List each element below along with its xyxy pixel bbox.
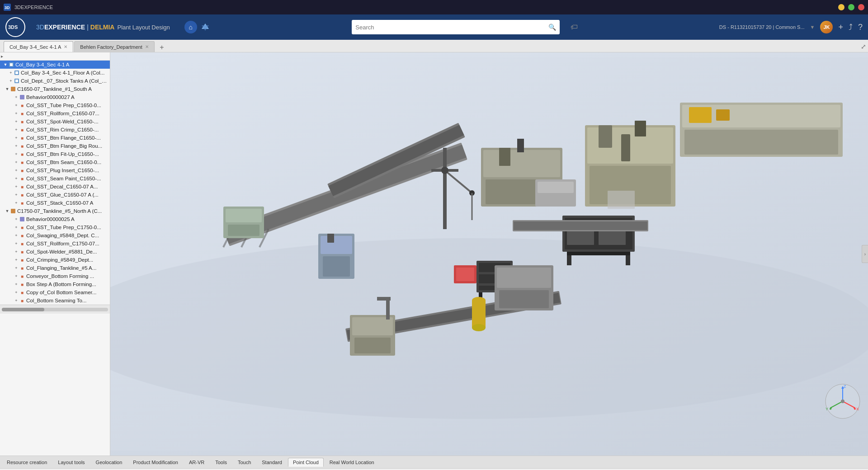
tree-item-s4f[interactable]: + ■ Col_Crimping_#5849_Dept... bbox=[0, 256, 110, 264]
tree-item-s3d[interactable]: + ■ Col_SST_Spot-Weld_C1650-... bbox=[0, 118, 110, 126]
expander-s4h[interactable]: + bbox=[14, 273, 19, 279]
tab-geolocation[interactable]: Geolocation bbox=[91, 458, 127, 467]
tree-item-s3j[interactable]: + ■ Col_SST_Plug Insert_C1650-... bbox=[0, 166, 110, 174]
tree-item-s4e[interactable]: + ■ Col_Spot-Welder_#5881_De... bbox=[0, 248, 110, 256]
expander-s4d[interactable]: + bbox=[14, 241, 19, 246]
tree-item-s3m[interactable]: + ■ Col_SST_Glue_C1650-07 A (... bbox=[0, 191, 110, 199]
tab-touch[interactable]: Touch bbox=[233, 458, 256, 467]
tab-col-bay[interactable]: Col_Bay 3-4_Sec 4-1 A ✕ bbox=[4, 41, 73, 52]
expander-s1[interactable]: + bbox=[8, 70, 14, 75]
label-s4: C1750-07_Tankline_#5_North A (C... bbox=[17, 208, 102, 214]
tree-item-s4a[interactable]: + Behavior00000025 A bbox=[0, 215, 110, 223]
tree-item-s1[interactable]: + Col_Bay 3-4_Sec 4-1_Floor A (Col... bbox=[0, 69, 110, 77]
tree-item-s3f[interactable]: + ■ Col_SST_Btm Flange_C1650-... bbox=[0, 134, 110, 142]
tree-item-s3n[interactable]: + ■ Col_SST_Stack_C1650-07 A bbox=[0, 199, 110, 207]
tree-item-s4c[interactable]: + ■ Col_Swaging_#5848_Dept. C... bbox=[0, 231, 110, 240]
expander-s3k[interactable]: + bbox=[14, 176, 19, 181]
tab-ar-vr[interactable]: AR-VR bbox=[184, 458, 209, 467]
expander-s4[interactable]: ▼ bbox=[5, 208, 10, 214]
tree-item-s3c[interactable]: + ■ Col_SST_Rollform_C1650-07... bbox=[0, 109, 110, 118]
tab-tools[interactable]: Tools bbox=[210, 458, 232, 467]
tree-item-s4g[interactable]: + ■ Col_Flanging_Tankline_#5 A... bbox=[0, 264, 110, 272]
tree-item-s4j[interactable]: + ■ Copy of_Col Bottom Seamer... bbox=[0, 288, 110, 296]
expander-s3a[interactable]: + bbox=[14, 94, 19, 100]
label-s3g: Col_SST_Btm Flange_Big Rou... bbox=[26, 143, 102, 149]
tab-close-1[interactable]: ✕ bbox=[64, 44, 67, 49]
dropdown-arrow[interactable]: ▼ bbox=[810, 24, 815, 30]
search-icon[interactable]: 🔍 bbox=[548, 24, 556, 31]
tree-item-s3e[interactable]: + ■ Col_SST_Rim Crimp_C1650-... bbox=[0, 126, 110, 134]
tree-item-s3a[interactable]: + Behavior00000027 A bbox=[0, 93, 110, 101]
add-icon[interactable]: + bbox=[838, 23, 843, 32]
maximize-button[interactable]: □ bbox=[848, 4, 854, 10]
expander-s3m[interactable]: + bbox=[14, 192, 19, 197]
tree-item-s3l[interactable]: + ■ Col_SST_Decal_C1650-07 A... bbox=[0, 183, 110, 191]
tree-item-s3b[interactable]: + ■ Col_SST_Tube Prep_C1650-0... bbox=[0, 101, 110, 109]
expander-s3[interactable]: ▼ bbox=[5, 86, 10, 92]
tab-resource-creation[interactable]: Resource creation bbox=[2, 458, 52, 467]
tree-item-s3k[interactable]: + ■ Col_SST_Seam Paint_C1650-... bbox=[0, 174, 110, 183]
expander-s4g[interactable]: + bbox=[14, 265, 19, 271]
tree-item-s4i[interactable]: + ■ Box Step A (Bottom Forming... bbox=[0, 280, 110, 288]
tab-close-2[interactable]: ✕ bbox=[145, 44, 149, 49]
expander-s4b[interactable]: + bbox=[14, 225, 19, 230]
tree-item-root[interactable]: ▼ Col_Bay 3-4_Sec 4-1 A bbox=[0, 61, 110, 69]
fullscreen-button[interactable]: ⤢ bbox=[859, 41, 868, 52]
search-input[interactable] bbox=[355, 24, 546, 31]
tab-real-world[interactable]: Real World Location bbox=[325, 458, 379, 467]
label-s3c: Col_SST_Rollform_C1650-07... bbox=[26, 111, 99, 116]
close-button[interactable]: ✕ bbox=[858, 4, 864, 10]
tree-item-s2[interactable]: + Col_Dept._07_Stock Tanks A (Col_D... bbox=[0, 77, 110, 85]
tab-behlen[interactable]: Behlen Factory_Department ✕ bbox=[74, 41, 155, 52]
user-avatar[interactable]: JK bbox=[820, 21, 833, 33]
home-button[interactable]: ⌂ bbox=[184, 21, 197, 33]
tree-item-s3i[interactable]: + ■ Col_SST_Btm Seam_C1650-0... bbox=[0, 158, 110, 166]
expander-s4j[interactable]: + bbox=[14, 290, 19, 295]
expander-root[interactable]: ▼ bbox=[3, 62, 8, 67]
share-icon[interactable]: ⤴ bbox=[849, 23, 853, 32]
tab-layout-tools[interactable]: Layout tools bbox=[53, 458, 90, 467]
horizontal-scrollbar[interactable] bbox=[2, 308, 108, 311]
tree-item-s3g[interactable]: + ■ Col_SST_Btm Flange_Big Rou... bbox=[0, 142, 110, 150]
tag-icon[interactable]: 🏷 bbox=[571, 23, 578, 31]
scrollbar-thumb[interactable] bbox=[2, 308, 44, 311]
expander-s3l[interactable]: + bbox=[14, 184, 19, 189]
expander-s4c[interactable]: + bbox=[14, 233, 19, 238]
tree-item-s3[interactable]: ▼ C1650-07_Tankline_#1_South A bbox=[0, 85, 110, 93]
tab-product-modification[interactable]: Product Modification bbox=[128, 458, 183, 467]
expander-s4f[interactable]: + bbox=[14, 257, 19, 263]
expander-s4k[interactable]: + bbox=[14, 298, 19, 303]
tab-add-button[interactable]: + bbox=[157, 43, 166, 52]
tree-item-s4k[interactable]: + ■ Col_Bottom Seaming To... bbox=[0, 296, 110, 305]
tree-item-s4[interactable]: ▼ C1750-07_Tankline_#5_North A (C... bbox=[0, 207, 110, 215]
expander-s3e[interactable]: + bbox=[14, 127, 19, 132]
viewport-sidebar-toggle[interactable]: › bbox=[862, 245, 868, 263]
ds-label: DS - R11321015737 20 | Common S... bbox=[719, 24, 805, 30]
svg-rect-12 bbox=[11, 87, 15, 91]
expander-s3i[interactable]: + bbox=[14, 160, 19, 165]
scene-background: Z X Y › bbox=[110, 52, 868, 456]
expander-s4i[interactable]: + bbox=[14, 282, 19, 287]
expander-s4e[interactable]: + bbox=[14, 249, 19, 254]
tab-standard[interactable]: Standard bbox=[257, 458, 287, 467]
expander-s3c[interactable]: + bbox=[14, 111, 19, 116]
help-icon[interactable]: ? bbox=[858, 23, 863, 32]
expander-s2[interactable]: + bbox=[8, 78, 14, 84]
svg-rect-35 bbox=[499, 148, 510, 166]
tree-item-s4d[interactable]: + ■ Col_SST_Rollform_C1750-07... bbox=[0, 240, 110, 248]
expander-s3n[interactable]: + bbox=[14, 200, 19, 206]
expander-s3b[interactable]: + bbox=[14, 103, 19, 108]
expander-s3g[interactable]: + bbox=[14, 143, 19, 149]
expander-s4a[interactable]: + bbox=[14, 216, 19, 222]
3d-viewport[interactable]: Z X Y › bbox=[110, 52, 868, 456]
tab-point-cloud[interactable]: Point Cloud bbox=[288, 458, 324, 467]
expander-s3j[interactable]: + bbox=[14, 168, 19, 173]
expander-s3f[interactable]: + bbox=[14, 135, 19, 141]
tree-item-s4h[interactable]: + ■ Conveyor_Bottom Forming ... bbox=[0, 272, 110, 280]
tree-item-s3h[interactable]: + ■ Col_SST_Btm Fit-Up_C1650-... bbox=[0, 150, 110, 158]
expander-s3h[interactable]: + bbox=[14, 151, 19, 157]
tree-item-s4b[interactable]: + ■ Col_SST_Tube Prep_C1750-0... bbox=[0, 223, 110, 231]
expander-s3d[interactable]: + bbox=[14, 119, 19, 124]
minimize-button[interactable]: – bbox=[838, 4, 844, 10]
nav-arrows[interactable] bbox=[200, 22, 211, 33]
